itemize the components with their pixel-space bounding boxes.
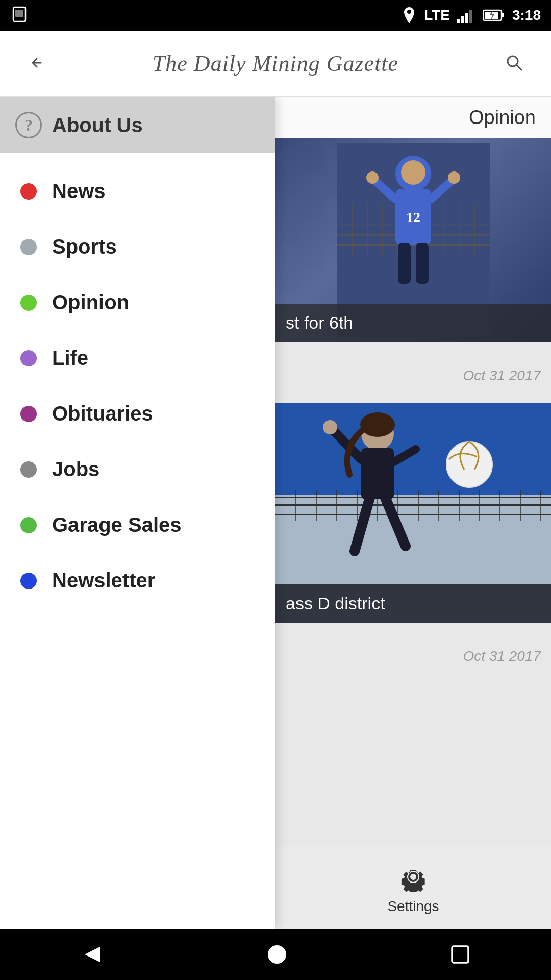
garage-sales-label: Garage Sales	[52, 513, 182, 536]
android-back-icon	[80, 942, 105, 967]
svg-point-61	[268, 945, 286, 964]
obituaries-label: Obituaries	[52, 402, 153, 425]
svg-rect-4	[465, 13, 468, 23]
search-button[interactable]	[498, 46, 531, 81]
sidebar-item-news[interactable]: News	[0, 163, 276, 219]
sidebar-item-newsletter[interactable]: Newsletter	[0, 553, 276, 608]
svg-rect-2	[457, 19, 460, 23]
android-home-icon	[264, 942, 290, 967]
card-2-date: Oct 31 2017	[463, 648, 541, 665]
life-dot	[20, 350, 37, 366]
battery-icon	[483, 9, 505, 22]
jobs-dot	[20, 461, 37, 478]
svg-point-58	[360, 412, 395, 437]
about-us-label: About Us	[52, 114, 143, 137]
settings-label: Settings	[387, 898, 439, 915]
newsletter-label: Newsletter	[52, 569, 155, 592]
svg-point-27	[366, 172, 379, 184]
sidebar-header: ? About Us	[0, 97, 276, 153]
card-1-caption-bar: st for 6th	[276, 304, 551, 342]
sidebar-item-jobs[interactable]: Jobs	[0, 442, 276, 497]
lte-indicator: LTE	[424, 7, 450, 23]
location-icon	[402, 6, 417, 24]
article-card-1[interactable]: 12 st for 6th	[276, 138, 551, 342]
status-bar-left-icon	[10, 5, 29, 26]
right-content-panel: Opinion	[276, 97, 551, 929]
svg-rect-30	[398, 243, 411, 284]
sidebar-item-opinion[interactable]: Opinion	[0, 275, 276, 330]
opinion-section-header: Opinion	[276, 97, 551, 138]
sidebar-item-life[interactable]: Life	[0, 330, 276, 386]
svg-marker-60	[85, 947, 100, 962]
android-recent-button[interactable]	[449, 943, 471, 966]
svg-rect-31	[416, 243, 429, 284]
svg-text:12: 12	[406, 209, 420, 225]
opinion-section-label: Opinion	[469, 107, 536, 129]
svg-point-32	[401, 160, 425, 185]
settings-footer[interactable]: Settings	[276, 847, 551, 929]
sidebar-item-garage-sales[interactable]: Garage Sales	[0, 497, 276, 553]
android-nav-bar	[0, 929, 551, 980]
newsletter-dot	[20, 573, 37, 589]
app-title: The Daily Mining Gazette	[153, 51, 398, 77]
sports-dot	[20, 239, 37, 255]
sports-label: Sports	[52, 235, 117, 258]
sidebar-item-obituaries[interactable]: Obituaries	[0, 386, 276, 442]
opinion-dot	[20, 295, 37, 311]
back-arrow-icon	[26, 52, 48, 74]
sidebar-drawer: ? About Us News Sports Opinion Life	[0, 97, 276, 929]
card-2-caption-bar: ass D district	[276, 584, 551, 623]
gear-icon	[398, 862, 429, 894]
search-icon	[503, 52, 525, 74]
sidebar-item-sports[interactable]: Sports	[0, 219, 276, 275]
life-label: Life	[52, 347, 88, 370]
news-label: News	[52, 180, 106, 203]
svg-rect-7	[502, 13, 504, 17]
back-button[interactable]	[20, 46, 53, 81]
sidebar-nav: News Sports Opinion Life Obituaries Jobs	[0, 153, 276, 929]
article-card-2[interactable]: ass D district	[276, 403, 551, 623]
status-bar: LTE 3:18	[0, 0, 551, 31]
svg-rect-52	[361, 448, 394, 499]
signal-icon	[457, 8, 475, 23]
app-bar: The Daily Mining Gazette	[0, 31, 551, 97]
status-icons: LTE 3:18	[402, 6, 541, 24]
svg-rect-3	[461, 16, 464, 23]
time-display: 3:18	[512, 7, 541, 23]
jobs-label: Jobs	[52, 458, 99, 481]
help-icon: ?	[15, 112, 42, 138]
obituaries-dot	[20, 406, 37, 422]
android-recent-icon	[449, 943, 471, 966]
svg-point-54	[323, 420, 337, 434]
card-1-date: Oct 31 2017	[463, 368, 541, 384]
garage-sales-dot	[20, 517, 37, 533]
svg-point-59	[446, 442, 492, 487]
card-2-caption-text: ass D district	[286, 594, 385, 613]
svg-rect-1	[15, 10, 23, 17]
opinion-label: Opinion	[52, 291, 129, 314]
android-back-button[interactable]	[80, 942, 105, 967]
news-dot	[20, 183, 37, 200]
main-area: ? About Us News Sports Opinion Life	[0, 97, 551, 929]
settings-inner: Settings	[387, 862, 439, 915]
svg-point-28	[448, 172, 460, 184]
android-home-button[interactable]	[264, 942, 290, 967]
card-1-caption-text: st for 6th	[286, 313, 353, 332]
svg-rect-62	[452, 946, 468, 963]
sim-icon	[10, 5, 29, 23]
svg-rect-5	[469, 10, 472, 23]
